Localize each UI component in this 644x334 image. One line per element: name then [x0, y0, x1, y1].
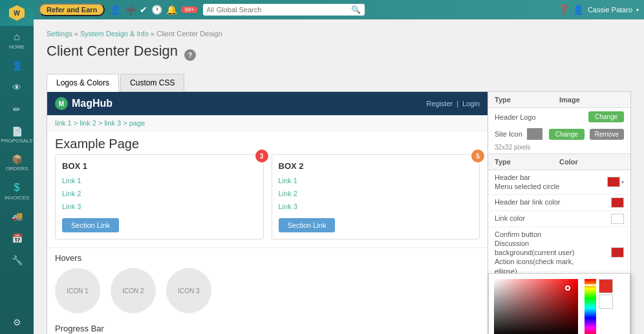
box1-link1[interactable]: Link 1 [62, 175, 257, 188]
panel-header-image: Type Image [488, 92, 630, 108]
panel-col1-color: Type [495, 158, 559, 166]
preview-boxes: 3 BOX 1 Link 1 Link 2 Link 3 Section Lin… [47, 154, 488, 247]
help-circle-icon[interactable]: ? [184, 49, 196, 61]
tools-icon: 🔧 [12, 255, 23, 265]
register-link[interactable]: Register [426, 100, 453, 107]
login-link[interactable]: Login [462, 100, 480, 107]
sidebar-item-invoices[interactable]: $ INVOICES [0, 177, 34, 206]
search-icon[interactable]: 🔍 [351, 5, 361, 14]
box2-link3[interactable]: Link 3 [279, 201, 473, 214]
site-icon-size: 32x32 pixels [488, 142, 630, 153]
swatch-1[interactable] [611, 197, 624, 208]
sidebar-item-edit[interactable]: ✏ [0, 99, 34, 121]
tab-custom-css[interactable]: Custom CSS [120, 74, 184, 91]
user-name: Cassie Pataro [588, 6, 632, 14]
panel-header-color: Type Color [488, 154, 630, 170]
breadcrumb-system-design[interactable]: System Design & Info [80, 30, 149, 38]
progress-title: Progress Bar [55, 324, 480, 333]
color-preview-new [599, 279, 613, 293]
color-label-2: Link color [495, 214, 525, 223]
icon1-label: ICON 1 [67, 287, 88, 295]
eye-icon: 👁 [12, 82, 21, 93]
help-icon[interactable]: ❓ [558, 5, 569, 15]
preview-box-1: 3 BOX 1 Link 1 Link 2 Link 3 Section Lin… [55, 154, 264, 239]
svg-text:W: W [14, 10, 20, 17]
hue-cursor [585, 284, 596, 286]
hover-icon-3: ICON 3 [166, 268, 211, 313]
header-logo-change-btn[interactable]: Change [588, 111, 624, 122]
panel-col2-color: Color [559, 158, 624, 166]
swatch-0[interactable] [607, 177, 620, 187]
tab-logos-colors[interactable]: Logos & Colors [47, 74, 119, 92]
color-swatch-3[interactable] [611, 247, 624, 258]
color-swatch-2[interactable] [611, 214, 624, 224]
color-swatch-0[interactable]: ▾ [607, 177, 624, 187]
preview-breadcrumb-text: link 1 > link 2 > link 3 > page [55, 119, 145, 127]
color-label-1: Header bar link color [495, 197, 561, 206]
box2-link1[interactable]: Link 1 [279, 175, 473, 188]
truck-icon: 🚚 [12, 211, 23, 221]
box2-title: BOX 2 [279, 161, 473, 171]
header-logo-label: Header Logo [495, 113, 536, 121]
hovers-icons: ICON 1 ICON 2 ICON 3 [55, 268, 480, 313]
sidebar-item-settings[interactable]: ⚙ [0, 312, 34, 334]
sidebar-item-orders[interactable]: 📦 ORDERS [0, 149, 34, 177]
panel-col1-image: Type [495, 96, 559, 104]
page-title: Client Center Design [47, 43, 178, 60]
preview-area: M MagHub Register | Login link 1 > link … [47, 92, 488, 334]
content-panel: M MagHub Register | Login link 1 > link … [47, 92, 631, 334]
breadcrumb: Settings » System Design & Info » Client… [47, 30, 631, 38]
hover-icon-1: ICON 1 [55, 268, 100, 313]
header-logo-row: Header Logo Change [488, 108, 630, 126]
color-cursor[interactable] [565, 285, 570, 291]
topbar-icon-person[interactable]: 👤 [110, 5, 121, 15]
preview-progress: Progress Bar [47, 318, 488, 334]
color-picker-overlay: #e12d23 Cancel Choose [488, 273, 630, 334]
swatch-2[interactable] [611, 214, 624, 224]
preview-header: M MagHub Register | Login [47, 92, 488, 115]
breadcrumb-settings[interactable]: Settings [47, 30, 72, 38]
preview-breadcrumb: link 1 > link 2 > link 3 > page [47, 115, 488, 131]
box1-link3[interactable]: Link 3 [62, 201, 257, 214]
sidebar-item-tools[interactable]: 🔧 [0, 250, 34, 272]
all-dropdown[interactable]: All [207, 6, 214, 14]
sidebar-item-delivery[interactable]: 🚚 [0, 206, 34, 228]
hovers-title: Hovers [55, 253, 480, 263]
box1-title: BOX 1 [62, 161, 257, 171]
color-label-0: Header barMenu selected circle [495, 173, 559, 192]
topbar-icon-bell[interactable]: 🔔 [166, 5, 177, 15]
preview-logo: M MagHub [55, 97, 113, 110]
refer-earn-button[interactable]: Refer and Earn [39, 3, 105, 16]
color-row-1: Header bar link color [488, 195, 630, 211]
sidebar-item-calendar[interactable]: 📅 [0, 228, 34, 250]
topbar-search[interactable]: All 🔍 [203, 4, 365, 16]
box1-section-link[interactable]: Section Link [62, 218, 119, 232]
topbar-icon-clock[interactable]: 🕐 [151, 5, 162, 15]
color-gradient[interactable] [494, 279, 578, 334]
color-swatch-1[interactable] [611, 197, 624, 208]
sidebar-item-proposals[interactable]: 📄 PROPOSALS [0, 121, 34, 149]
main-content: Settings » System Design & Info » Client… [34, 19, 644, 334]
box2-section-link[interactable]: Section Link [279, 218, 336, 232]
user-avatar[interactable]: 👤 [573, 5, 584, 15]
search-input[interactable] [217, 6, 351, 14]
settings-icon: ⚙ [13, 317, 21, 328]
box1-link2[interactable]: Link 2 [62, 188, 257, 201]
sidebar-item-home[interactable]: ⌂ HOME [0, 26, 34, 55]
topbar-right: ❓ 👤 Cassie Pataro ▾ [558, 5, 639, 15]
topbar-icon-check[interactable]: ✔ [140, 5, 147, 15]
swatch-3[interactable] [611, 247, 624, 258]
box2-link2[interactable]: Link 2 [279, 188, 473, 201]
color-hue-slider[interactable] [585, 279, 596, 334]
site-icon-remove-btn[interactable]: Remove [590, 129, 624, 140]
site-icon-row: Site Icon Change Remove [488, 126, 630, 142]
calendar-icon: 📅 [12, 233, 23, 243]
sidebar-item-contacts[interactable]: 👤 [0, 55, 34, 77]
color-row-0: Header barMenu selected circle ▾ [488, 170, 630, 195]
panel-section-image: Type Image Header Logo Change Site Icon … [488, 92, 630, 154]
user-dropdown-icon[interactable]: ▾ [636, 7, 639, 13]
sidebar-logo[interactable]: W [0, 0, 34, 26]
topbar-icon-plus[interactable]: ➕ [125, 5, 136, 15]
site-icon-change-btn[interactable]: Change [549, 129, 585, 140]
sidebar-item-view[interactable]: 👁 [0, 77, 34, 99]
